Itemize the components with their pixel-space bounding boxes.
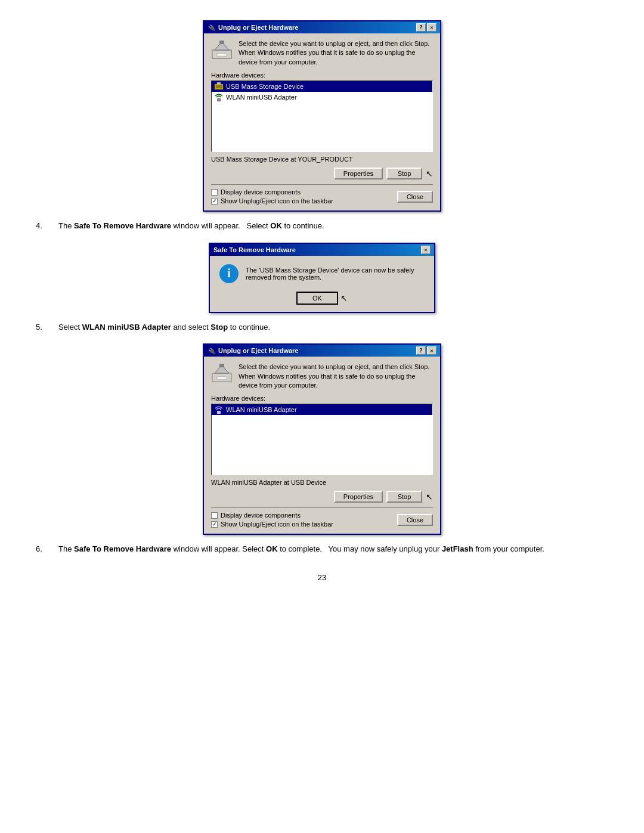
hw-label-1: Hardware devices: — [211, 72, 433, 79]
step-6-row: 6. The Safe To Remove Hardware window wi… — [36, 543, 608, 555]
checkbox-display-1[interactable] — [211, 189, 218, 196]
svg-rect-13 — [219, 364, 224, 367]
checkbox-display-label-2: Display device components — [221, 512, 301, 519]
screenshot-2-container: 🔌 Unplug or Eject Hardware ? ✕ — [36, 343, 608, 535]
safe-close-btn[interactable]: ✕ — [421, 246, 431, 254]
titlebar-2: 🔌 Unplug or Eject Hardware ? ✕ — [204, 345, 440, 357]
unplug-eject-dialog-2: 🔌 Unplug or Eject Hardware ? ✕ — [203, 343, 441, 535]
checkbox-row-show-1: ✓ Show Unplug/Eject icon on the taskbar — [211, 197, 333, 205]
safe-dialog-title: Safe To Remove Hardware — [213, 246, 296, 253]
device-name-usb: USB Mass Storage Device — [226, 83, 304, 90]
step-4-bold2: OK — [270, 221, 282, 230]
device-listbox-2[interactable]: WLAN miniUSB Adapter — [211, 404, 433, 475]
close-button-2[interactable]: ✕ — [427, 346, 436, 355]
dialog-top-2: Select the device you want to unplug or … — [211, 363, 433, 390]
checkbox-show-label-1: Show Unplug/Eject icon on the taskbar — [221, 197, 333, 205]
step-6-bold1: Safe To Remove Hardware — [74, 544, 171, 553]
titlebar-buttons-1: ? ✕ — [416, 23, 436, 32]
stop-button-1[interactable]: Stop — [386, 168, 422, 179]
dialog-body-2: Select the device you want to unplug or … — [204, 357, 440, 534]
device-name-wlan-selected: WLAN miniUSB Adapter — [226, 406, 297, 413]
checkbox-show-label-2: Show Unplug/Eject icon on the taskbar — [221, 521, 333, 528]
footer-checkboxes-2: Display device components ✓ Show Unplug/… — [211, 512, 333, 528]
step-4-row: 4. The Safe To Remove Hardware window wi… — [36, 220, 608, 232]
eject-icon-1 — [211, 39, 233, 61]
svg-rect-6 — [216, 85, 222, 88]
usb-storage-icon — [214, 82, 224, 91]
svg-rect-12 — [217, 377, 227, 379]
close-button-1[interactable]: ✕ — [427, 23, 436, 32]
svg-point-9 — [218, 99, 219, 100]
step-5-num: 5. — [36, 321, 52, 332]
svg-rect-4 — [219, 41, 224, 44]
device-item-usb-storage[interactable]: USB Mass Storage Device — [212, 81, 432, 92]
dialog-2-wrap: 🔌 Unplug or Eject Hardware ? ✕ — [203, 343, 441, 535]
close-btn-footer-1[interactable]: Close — [397, 191, 433, 203]
cursor-1: ↖ — [426, 168, 433, 179]
footer-checkboxes-1: Display device components ✓ Show Unplug/… — [211, 188, 333, 205]
page-number: 23 — [36, 573, 608, 582]
info-icon: i — [219, 264, 239, 283]
step-4-num: 4. — [36, 220, 52, 230]
device-item-wlan-selected[interactable]: WLAN miniUSB Adapter — [212, 404, 432, 415]
checkbox-row-display-2: Display device components — [211, 512, 333, 519]
wlan-icon-1 — [214, 92, 224, 102]
unplug-eject-dialog-1: 🔌 Unplug or Eject Hardware ? ✕ — [203, 20, 441, 212]
device-name-wlan-1: WLAN miniUSB Adapter — [226, 94, 297, 101]
dialog-body-1: Select the device you want to unplug or … — [204, 33, 440, 210]
titlebar-left-1: 🔌 Unplug or Eject Hardware — [208, 23, 298, 32]
action-buttons-1: Properties Stop ↖ — [211, 168, 433, 179]
step-4-text: The Safe To Remove Hardware window will … — [58, 220, 608, 232]
safe-buttons: OK ↖ — [210, 292, 434, 312]
close-btn-footer-2[interactable]: Close — [397, 514, 433, 526]
safe-remove-dialog: Safe To Remove Hardware ✕ i The 'USB Mas… — [209, 243, 435, 313]
stop-button-2[interactable]: Stop — [386, 491, 422, 503]
titlebar-left-2: 🔌 Unplug or Eject Hardware — [208, 346, 298, 355]
help-button-1[interactable]: ? — [416, 23, 426, 32]
safe-titlebar-buttons: ✕ — [421, 246, 431, 254]
dialog-desc-1: Select the device you want to unplug or … — [239, 39, 433, 67]
checkbox-row-show-2: ✓ Show Unplug/Eject icon on the taskbar — [211, 521, 333, 528]
dialog-desc-2: Select the device you want to unplug or … — [239, 363, 433, 390]
step-6-bold2: OK — [266, 544, 278, 553]
separator-1 — [211, 184, 433, 185]
screenshot-1-container: 🔌 Unplug or Eject Hardware ? ✕ — [36, 20, 608, 212]
properties-button-2[interactable]: Properties — [334, 491, 383, 503]
dialog-title-2: Unplug or Eject Hardware — [218, 347, 298, 354]
device-item-wlan[interactable]: WLAN miniUSB Adapter — [212, 92, 432, 103]
hw-label-2: Hardware devices: — [211, 395, 433, 402]
checkbox-display-label-1: Display device components — [221, 188, 301, 196]
help-button-2[interactable]: ? — [416, 346, 426, 355]
cursor-2: ↖ — [426, 491, 433, 503]
eject-icon-2 — [211, 363, 233, 384]
step-5-text: Select WLAN miniUSB Adapter and select S… — [58, 321, 608, 333]
safe-titlebar: Safe To Remove Hardware ✕ — [210, 244, 434, 256]
wlan-icon-2 — [214, 405, 224, 414]
selected-device-label-2: WLAN miniUSB Adapter at USB Device — [211, 479, 433, 486]
dialog-1-wrap: 🔌 Unplug or Eject Hardware ? ✕ — [203, 20, 441, 212]
checkbox-display-2[interactable] — [211, 512, 218, 519]
screenshot-safe-container: Safe To Remove Hardware ✕ i The 'USB Mas… — [36, 243, 608, 313]
dialog-icon-2: 🔌 — [208, 346, 216, 355]
action-buttons-2: Properties Stop ↖ — [211, 491, 433, 503]
checkbox-show-1[interactable]: ✓ — [211, 198, 218, 205]
titlebar-buttons-2: ? ✕ — [416, 346, 436, 355]
safe-body: i The 'USB Mass Storage Device' device c… — [210, 256, 434, 292]
safe-ok-button[interactable]: OK — [296, 292, 338, 305]
device-listbox-1[interactable]: USB Mass Storage Device — [211, 80, 433, 152]
step-5-row: 5. Select WLAN miniUSB Adapter and selec… — [36, 321, 608, 333]
checkbox-row-display-1: Display device components — [211, 188, 333, 196]
footer-1: Display device components ✓ Show Unplug/… — [211, 188, 433, 205]
selected-device-label-1: USB Mass Storage Device at YOUR_PRODUCT — [211, 156, 433, 163]
properties-button-1[interactable]: Properties — [334, 168, 383, 179]
step-4-bold1: Safe To Remove Hardware — [74, 221, 171, 230]
checkbox-show-2[interactable]: ✓ — [211, 521, 218, 528]
svg-point-15 — [218, 411, 219, 413]
document-content: 🔌 Unplug or Eject Hardware ? ✕ — [36, 20, 608, 582]
svg-rect-7 — [217, 82, 221, 85]
separator-2 — [211, 507, 433, 508]
safe-dialog-wrap: Safe To Remove Hardware ✕ i The 'USB Mas… — [209, 243, 435, 313]
step-6-num: 6. — [36, 543, 52, 553]
step-6-bold3: JetFlash — [442, 544, 473, 553]
safe-message: The 'USB Mass Storage Device' device can… — [246, 267, 425, 281]
